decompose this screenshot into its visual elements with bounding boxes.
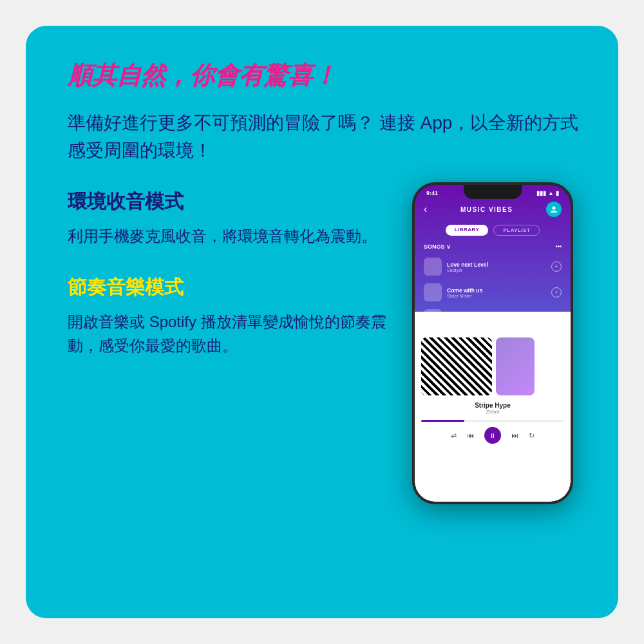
status-icons: ▮▮▮ ▲ ▮ — [536, 190, 559, 196]
now-playing-artist: Zebrit — [486, 409, 499, 415]
player-controls: ⇌ ⏮ ⏸ ⏭ ↻ — [451, 427, 535, 444]
song-artist-1: Satdyer — [447, 268, 546, 272]
shuffle-button[interactable]: ⇌ — [451, 431, 457, 440]
song-item-1[interactable]: Love next Level Satdyer + — [415, 254, 571, 279]
profile-icon[interactable] — [546, 202, 562, 217]
album-side-art — [496, 337, 535, 395]
signal-icon: ▮▮▮ — [536, 190, 546, 196]
left-content: 環境收音模式 利用手機麥克風收音，將環境音轉化為震動。 節奏音樂模式 開啟音樂或… — [68, 189, 386, 583]
section1-title: 環境收音模式 — [68, 189, 386, 215]
phone-notch — [464, 185, 522, 199]
prev-button[interactable]: ⏮ — [467, 431, 474, 439]
play-pause-button[interactable]: ⏸ — [484, 427, 501, 444]
song-thumb-3 — [424, 309, 442, 327]
play-icon: ⏸ — [489, 432, 496, 439]
songs-label-row: SONGS ∨ ••• — [415, 241, 571, 254]
tab-playlist[interactable]: PLAYLIST — [493, 225, 540, 236]
italic-heading: 順其自然，你會有驚喜！ — [68, 61, 580, 91]
phone-container: 9:41 ▮▮▮ ▲ ▮ ‹ MUSIC VIBES — [406, 182, 580, 583]
song-add-2[interactable]: + — [551, 287, 562, 298]
song-title-3: You are the hottest — [447, 313, 546, 319]
tabs-row: LIBRARY PLAYLIST — [415, 222, 571, 241]
song-title-1: Love next Level — [447, 261, 546, 268]
song-item-3[interactable]: You are the hottest Gamechanger + — [415, 305, 571, 331]
app-title: MUSIC VIBES — [460, 206, 513, 213]
song-add-1[interactable]: + — [551, 261, 562, 272]
song-info-1: Love next Level Satdyer — [447, 261, 546, 272]
song-thumb-1 — [424, 258, 442, 276]
section2-title: 節奏音樂模式 — [68, 274, 386, 301]
battery-icon: ▮ — [556, 190, 559, 196]
back-button[interactable]: ‹ — [424, 204, 427, 215]
description-text: 準備好進行更多不可預測的冒險了嗎？ 連接 App，以全新的方式感受周圍的環境！ — [68, 109, 580, 165]
song-artist-3: Gamechanger — [447, 319, 546, 324]
tab-library[interactable]: LIBRARY — [446, 225, 489, 236]
song-add-3[interactable]: + — [551, 313, 562, 323]
status-time: 9:41 — [426, 190, 438, 196]
wifi-icon: ▲ — [548, 190, 554, 196]
progress-fill — [421, 420, 464, 422]
zebra-pattern — [421, 337, 492, 395]
player-section: Stripe Hype Zebrit ⇌ ⏮ ⏸ ⏭ ↻ — [415, 331, 571, 502]
album-art-area — [421, 337, 564, 395]
song-title-2: Come with us — [447, 287, 546, 294]
svg-point-0 — [553, 207, 556, 210]
repeat-button[interactable]: ↻ — [529, 431, 535, 440]
phone-mockup: 9:41 ▮▮▮ ▲ ▮ ‹ MUSIC VIBES — [412, 182, 573, 504]
song-info-3: You are the hottest Gamechanger — [447, 313, 546, 324]
songs-label-text: SONGS ∨ — [424, 243, 451, 250]
section1-desc: 利用手機麥克風收音，將環境音轉化為震動。 — [68, 224, 386, 248]
player-progress-bar[interactable] — [421, 420, 564, 422]
main-card: 順其自然，你會有驚喜！ 準備好進行更多不可預測的冒險了嗎？ 連接 App，以全新… — [26, 26, 618, 618]
song-artist-2: Sister Mister — [447, 294, 546, 298]
album-main-art — [421, 337, 492, 395]
next-button[interactable]: ⏭ — [511, 431, 518, 439]
phone-header: ‹ MUSIC VIBES — [415, 199, 571, 222]
song-thumb-2 — [424, 283, 442, 301]
song-item-2[interactable]: Come with us Sister Mister + — [415, 279, 571, 305]
content-area: 環境收音模式 利用手機麥克風收音，將環境音轉化為震動。 節奏音樂模式 開啟音樂或… — [68, 189, 580, 583]
songs-more[interactable]: ••• — [556, 243, 562, 250]
song-info-2: Come with us Sister Mister — [447, 287, 546, 298]
now-playing-title: Stripe Hype — [475, 402, 511, 409]
section2-desc: 開啟音樂或 Spotify 播放清單變成愉悅的節奏震動，感受你最愛的歌曲。 — [68, 310, 386, 357]
phone-screen: 9:41 ▮▮▮ ▲ ▮ ‹ MUSIC VIBES — [415, 185, 571, 502]
